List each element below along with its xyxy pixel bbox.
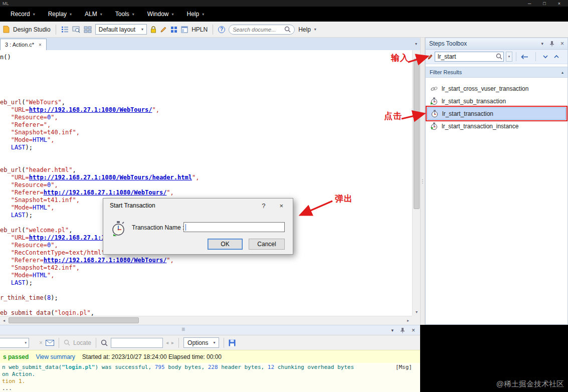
- log-filter-combo[interactable]: ▾: [0, 338, 29, 348]
- chevron-down-icon: ▾: [314, 27, 316, 32]
- pin-icon[interactable]: [400, 327, 405, 333]
- search-history-dropdown[interactable]: ▾: [506, 52, 512, 62]
- editor-vertical-scrollbar[interactable]: ▴ ▾: [412, 50, 420, 316]
- locate-icon[interactable]: [64, 339, 70, 346]
- view-summary-link[interactable]: View summary: [36, 353, 75, 360]
- tab-label: 3 : Action.c*: [5, 42, 34, 48]
- chevron-up-icon[interactable]: [553, 55, 559, 59]
- panel-menu-icon[interactable]: ▾: [391, 328, 394, 333]
- scroll-right-icon[interactable]: ▸: [404, 316, 412, 324]
- search-icon[interactable]: [284, 26, 291, 33]
- panel-menu-icon[interactable]: ▾: [541, 41, 543, 46]
- pin-icon[interactable]: [549, 41, 554, 47]
- thumbnail-view-icon[interactable]: [84, 26, 92, 33]
- search-icon[interactable]: [496, 53, 502, 60]
- maximize-button[interactable]: □: [543, 1, 545, 6]
- output-panel-header[interactable]: ≡ ▾ ×: [0, 325, 420, 335]
- horizontal-scroll-thumb[interactable]: [9, 317, 139, 323]
- filter-results-header[interactable]: Filter Results ▴: [426, 67, 567, 78]
- menu-alm[interactable]: ALM▾: [78, 7, 109, 22]
- transaction-name-input[interactable]: [183, 222, 285, 232]
- steps-item[interactable]: lr_start_cross_vuser_transaction: [427, 82, 566, 95]
- dialog-close-icon[interactable]: ×: [279, 202, 283, 210]
- editor-horizontal-scrollbar[interactable]: ◂ ▸: [0, 316, 412, 324]
- log-line: tion 1.: [2, 378, 418, 385]
- layout-combo[interactable]: Default layout ▾: [95, 24, 147, 35]
- stopwatch-add-icon: [430, 97, 438, 105]
- drag-grip-icon[interactable]: ≡: [181, 326, 185, 333]
- menu-window[interactable]: Window▾: [141, 7, 180, 22]
- chevron-down-icon: ▾: [70, 12, 72, 17]
- code-editor[interactable]: n() eb_url("WebTours", "URL=http://192.1…: [0, 50, 412, 316]
- menu-label: Record: [11, 11, 30, 18]
- panel-close-icon[interactable]: ×: [560, 40, 564, 47]
- link-icon: [430, 85, 438, 93]
- edit-icon[interactable]: [160, 26, 167, 33]
- steps-item[interactable]: lr_start_transaction_instance: [427, 120, 566, 132]
- vertical-splitter[interactable]: ⋮: [420, 38, 425, 325]
- save-icon[interactable]: [229, 339, 236, 346]
- stopwatch-instance-icon: [430, 122, 438, 130]
- log-area[interactable]: n web_submit_data("login.pl") was succes…: [0, 363, 420, 392]
- code-line: LAST);: [0, 144, 412, 151]
- snapshot-viewer-icon[interactable]: [72, 26, 80, 33]
- tab-close-icon[interactable]: ×: [39, 42, 42, 48]
- separator: [516, 52, 516, 61]
- help-menu[interactable]: Help: [298, 26, 311, 33]
- menu-label: ALM: [85, 11, 97, 18]
- search-edit-icon: [428, 54, 433, 60]
- tab-action-c[interactable]: 3 : Action.c* ×: [0, 39, 47, 50]
- locate-label[interactable]: Locate: [73, 339, 91, 346]
- ok-button[interactable]: OK: [208, 239, 243, 250]
- toolbar-separator: [213, 25, 213, 35]
- vertical-scroll-thumb[interactable]: [414, 59, 420, 209]
- chevron-down-icon: ▾: [213, 340, 215, 345]
- code-line: [0, 302, 412, 309]
- tab-overflow-icon[interactable]: ▾: [412, 38, 420, 50]
- find-previous-icon[interactable]: ◂: [166, 340, 168, 345]
- menu-replay[interactable]: Replay▾: [42, 7, 78, 22]
- menu-record[interactable]: Record▾: [4, 7, 42, 22]
- code-line: [0, 159, 412, 166]
- hpln-button[interactable]: HPLN: [192, 26, 208, 33]
- design-studio-icon[interactable]: [3, 26, 10, 33]
- minimize-button[interactable]: ─: [528, 1, 531, 6]
- doc-search-box: [229, 25, 295, 35]
- dialog-titlebar[interactable]: Start Transaction ? ×: [103, 199, 293, 213]
- log-line: n web_submit_data("login.pl") was succes…: [2, 364, 418, 371]
- scroll-left-icon[interactable]: ◂: [0, 316, 8, 324]
- scroll-down-icon[interactable]: ▾: [413, 308, 421, 316]
- close-button[interactable]: ×: [558, 1, 560, 6]
- help-circle-icon[interactable]: ?: [218, 26, 225, 33]
- chevron-down-icon: ▾: [172, 12, 174, 17]
- doc-search-input[interactable]: [233, 27, 282, 33]
- find-next-icon[interactable]: ▸: [171, 340, 174, 345]
- back-arrow-icon[interactable]: [521, 54, 529, 60]
- collapse-icon[interactable]: ▴: [561, 70, 563, 75]
- annotation-click: 点击: [384, 110, 402, 122]
- transaction-name-label: Transaction Name :: [132, 224, 184, 231]
- chevron-down-icon[interactable]: [542, 55, 548, 59]
- replay-status-row: s passed View summary Started at: 2023/1…: [0, 350, 420, 363]
- log-search-input[interactable]: [111, 338, 163, 348]
- step-list-icon[interactable]: [61, 26, 69, 33]
- layout-panes-icon[interactable]: [181, 26, 188, 33]
- panel-close-icon[interactable]: ×: [412, 327, 415, 334]
- mail-icon[interactable]: [46, 340, 54, 346]
- steps-item[interactable]: lr_start_sub_transaction: [427, 95, 566, 107]
- design-studio-label[interactable]: Design Studio: [13, 26, 51, 33]
- grid-view-icon[interactable]: [170, 26, 177, 33]
- steps-search-input[interactable]: [435, 52, 504, 62]
- search-icon[interactable]: [101, 339, 108, 346]
- lock-icon[interactable]: [150, 26, 156, 33]
- menu-help[interactable]: Help▾: [180, 7, 211, 22]
- clear-log-icon[interactable]: ×: [39, 339, 43, 346]
- separator: [96, 338, 96, 348]
- menu-tools[interactable]: Tools▾: [109, 7, 141, 22]
- cancel-button[interactable]: Cancel: [249, 239, 285, 250]
- scroll-up-icon[interactable]: ▴: [413, 50, 421, 58]
- steps-item[interactable]: lr_start_transaction: [427, 107, 566, 120]
- dialog-help-icon[interactable]: ?: [262, 202, 265, 210]
- options-dropdown[interactable]: Options ▾: [183, 337, 219, 348]
- background-area: @稀土掘金技术社区: [420, 325, 568, 392]
